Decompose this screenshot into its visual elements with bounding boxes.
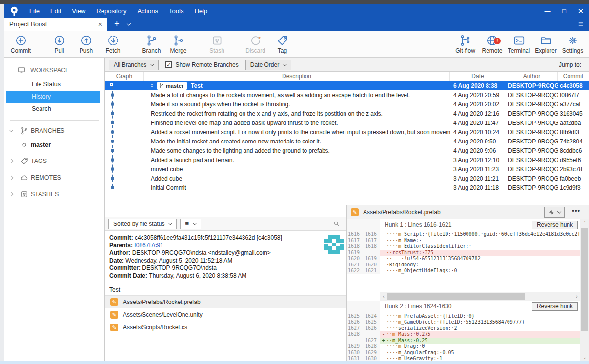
reverse-hunk-button[interactable]: Reverse hunk xyxy=(532,221,578,229)
new-line-number: 1616 xyxy=(362,231,380,238)
sidebar-section-remotes[interactable]: REMOTES xyxy=(4,171,104,184)
sidebar-item-history[interactable]: History xyxy=(6,91,100,103)
menu-item-edit[interactable]: Edit xyxy=(45,4,66,18)
diff-vertical-scrollbar[interactable]: ⌃ ⌄ xyxy=(580,219,589,361)
commit-row[interactable]: Added a rocket movement script. For now … xyxy=(105,127,589,137)
description-text: Added a launch pad and terrain. xyxy=(151,157,234,163)
search-icon[interactable] xyxy=(333,220,340,227)
old-line-number xyxy=(347,338,362,344)
hunk-title: Hunk 1 : Lines 1616-1621 xyxy=(380,222,451,228)
diff-options-button[interactable] xyxy=(544,207,565,218)
repo-tab[interactable]: Project Boost × xyxy=(4,18,107,31)
commit-row[interactable]: Made it so a sound plays when the rocket… xyxy=(105,100,589,109)
maximize-button[interactable]: □ xyxy=(556,4,572,18)
sidebar-item-search[interactable]: Search xyxy=(6,103,100,115)
scroll-up-icon[interactable]: ⌃ xyxy=(580,221,589,225)
scrollbar-thumb[interactable] xyxy=(581,228,588,331)
show-remote-branches-checkbox[interactable]: ✓ Show Remote Branches xyxy=(165,61,238,68)
file-sort-dropdown[interactable]: Sorted by file status xyxy=(108,219,177,229)
commit-row[interactable]: Made the initial rocket and created some… xyxy=(105,137,589,146)
commit-row[interactable]: moved cube3 Aug 2020 11:23DESKTOP-9RCQG7… xyxy=(105,164,589,174)
hunk-header: Hunk 1 : Lines 1616-1621Reverse hunk xyxy=(347,219,580,231)
commit-row[interactable]: masterTest6 Aug 2020 8:38DESKTOP-9RCQGc4… xyxy=(105,81,589,90)
sidebar-section-tags[interactable]: TAGS xyxy=(4,155,104,167)
scroll-right-icon[interactable]: › xyxy=(573,294,580,299)
description-text: Initial Commit xyxy=(151,184,186,191)
more-options-button[interactable]: ••• xyxy=(572,207,580,214)
commit-row[interactable]: Made some changes to the lighting and ad… xyxy=(105,146,589,155)
branch-filter-dropdown[interactable]: All Branches xyxy=(109,60,159,70)
commit-button[interactable]: Commit xyxy=(7,31,34,57)
commit-author: DESKTOP-9RCQG7 xyxy=(506,129,558,136)
column-header-commit[interactable]: Commit xyxy=(558,72,589,81)
settings-button[interactable]: Settings xyxy=(559,31,586,57)
close-button[interactable]: ✕ xyxy=(572,4,589,18)
git-flow-button[interactable]: Git-flow xyxy=(452,31,479,57)
sidebar-item-file-status[interactable]: File Status xyxy=(6,79,100,91)
commit-date: 4 Aug 2020 20:02 xyxy=(450,101,506,108)
chevron-down-icon[interactable] xyxy=(4,129,18,132)
scroll-left-icon[interactable]: ‹ xyxy=(380,294,387,299)
explorer-icon xyxy=(540,34,552,47)
explorer-button[interactable]: Explorer xyxy=(532,31,559,57)
menu-item-help[interactable]: Help xyxy=(189,4,213,18)
column-header-author[interactable]: Author xyxy=(506,72,558,81)
commit-icon xyxy=(15,34,27,47)
fetch-button[interactable]: Fetch xyxy=(100,31,126,57)
commit-hash: c4c3058 xyxy=(558,82,589,89)
branch-button[interactable]: Branch xyxy=(138,31,165,57)
commit-description: Made some changes to the lighting and ad… xyxy=(144,147,450,154)
new-tab-button[interactable]: + xyxy=(114,18,120,31)
commit-date: 4 Aug 2020 12:16 xyxy=(450,110,506,117)
sort-order-dropdown[interactable]: Date Order xyxy=(245,60,291,70)
changed-file-row[interactable]: ✎Assets/Scripts/Rocket.cs xyxy=(105,321,346,334)
remote-button[interactable]: Remote! xyxy=(479,31,506,57)
new-line-number: 1630 xyxy=(362,356,380,361)
menu-item-repository[interactable]: Repository xyxy=(91,4,132,18)
chevron-right-icon[interactable] xyxy=(4,160,18,162)
commit-row[interactable]: Added a launch pad and terrain.3 Aug 202… xyxy=(105,155,589,164)
sidebar-section-branches[interactable]: BRANCHES xyxy=(4,124,104,137)
reverse-hunk-button[interactable]: Reverse hunk xyxy=(532,302,578,311)
chevron-right-icon[interactable] xyxy=(4,193,18,196)
scrollbar-thumb[interactable] xyxy=(387,293,525,300)
new-tab-dropdown-icon[interactable] xyxy=(126,21,130,25)
branch-label: master xyxy=(31,142,51,148)
menu-item-view[interactable]: View xyxy=(66,4,91,18)
column-header-description[interactable]: Description xyxy=(144,72,450,81)
changed-file-row[interactable]: ✎Assets/Prefabs/Rocket.prefab xyxy=(105,296,346,308)
commit-row[interactable]: Initial Commit3 Aug 2020 11:18DESKTOP-9R… xyxy=(105,183,589,192)
menu-item-tools[interactable]: Tools xyxy=(163,4,189,18)
terminal-button[interactable]: Terminal xyxy=(506,31,532,57)
changed-file-row[interactable]: ✎Assets/Scenes/LevelOne.unity xyxy=(105,308,346,321)
merge-button[interactable]: Merge xyxy=(165,31,192,57)
view-options-dropdown[interactable]: ≡ xyxy=(180,219,201,229)
diff-horizontal-scrollbar[interactable]: ‹› xyxy=(380,292,580,301)
diff-marker xyxy=(380,325,386,332)
sidebar-section-stashes[interactable]: STASHES xyxy=(4,188,104,201)
menu-item-actions[interactable]: Actions xyxy=(132,4,163,18)
push-button[interactable]: Push xyxy=(73,31,100,57)
scrollbar-track[interactable] xyxy=(387,293,573,300)
minimize-button[interactable]: — xyxy=(539,4,556,18)
commit-row[interactable]: Made a lot of changes to the rockets mov… xyxy=(105,90,589,100)
column-header-graph[interactable]: Graph xyxy=(105,72,144,81)
discard-icon xyxy=(249,34,262,47)
tag-button[interactable]: Tag xyxy=(269,31,296,57)
commit-hash: aaf2dba xyxy=(558,120,589,126)
commit-row[interactable]: Restriced the rocket from rotating on th… xyxy=(105,109,589,118)
commit-row[interactable]: Added cube3 Aug 2020 11:21DESKTOP-9RCQG7… xyxy=(105,174,589,183)
menu-item-file[interactable]: File xyxy=(24,4,45,18)
chevron-right-icon[interactable] xyxy=(4,176,18,179)
column-header-date[interactable]: Date xyxy=(450,72,506,81)
scroll-down-icon[interactable]: ⌄ xyxy=(580,355,589,360)
old-line-number: 1619 xyxy=(347,250,362,256)
sidebar-branch-master[interactable]: master xyxy=(4,139,104,151)
pull-button[interactable]: Pull xyxy=(46,31,73,57)
parent-hash-link[interactable]: f0867f7c91 xyxy=(134,242,163,249)
detail-value: c4c3058ff61ee9fa431c15fc5f121107e344362d… xyxy=(135,234,282,241)
tab-close-icon[interactable]: × xyxy=(98,20,102,28)
overflow-menu-icon[interactable]: ≡ xyxy=(578,20,583,29)
commit-row[interactable]: Finished the level one map and added bas… xyxy=(105,118,589,127)
remote-label: Remote xyxy=(482,47,502,54)
